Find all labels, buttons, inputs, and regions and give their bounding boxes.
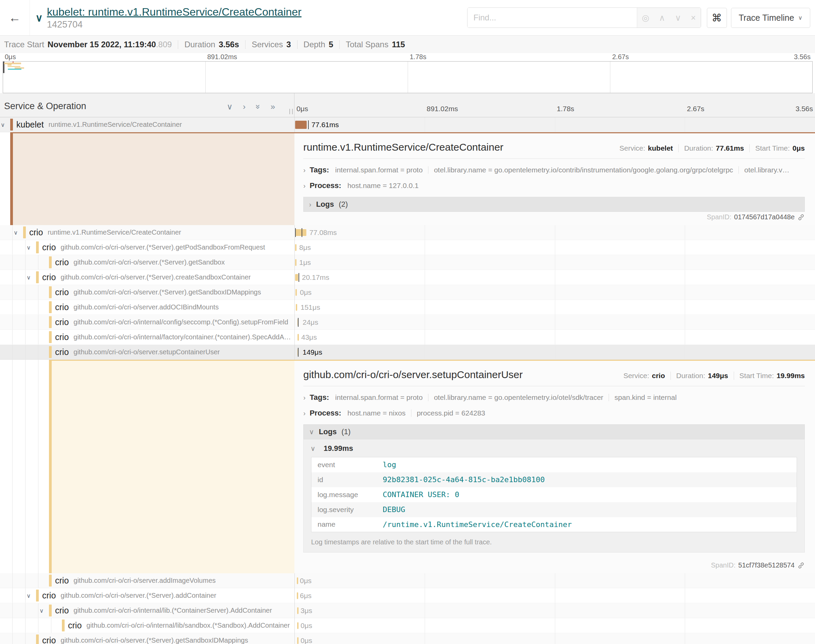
span-name-cell[interactable]: ∨criogithub.com/cri-o/cri-o/server.(*Ser… [0, 240, 294, 255]
collapse-chevron-icon[interactable]: ∨ [26, 244, 31, 251]
process-row[interactable]: › Process: host.name = 127.0.0.1 [303, 181, 805, 190]
collapse-one-icon[interactable]: ∨ [227, 102, 233, 112]
kv-item: span.kind = internal [614, 393, 677, 402]
span-name-cell[interactable]: criogithub.com/cri-o/cri-o/server.(*Serv… [0, 633, 294, 644]
collapse-all-icon[interactable]: » [253, 104, 263, 109]
span-duration-bar[interactable] [297, 607, 299, 614]
minimap-canvas[interactable] [3, 61, 813, 93]
span-duration-bar[interactable] [297, 622, 299, 629]
log-entry-toggle[interactable]: ∨ 19.99ms [310, 439, 798, 457]
span-name-cell[interactable]: criogithub.com/cri-o/cri-o/server.(*Serv… [0, 285, 294, 299]
span-row[interactable]: ∨crioruntime.v1.RuntimeService/CreateCon… [0, 225, 815, 240]
span-name-cell[interactable]: ∨kubeletruntime.v1.RuntimeService/Create… [0, 117, 294, 132]
span-name-cell[interactable]: ∨criogithub.com/cri-o/cri-o/server.(*Ser… [0, 588, 294, 603]
column-resizer-handle[interactable] [290, 109, 293, 114]
prev-result-icon[interactable]: ∧ [659, 13, 665, 23]
expand-one-icon[interactable]: › [243, 102, 245, 112]
span-duration-bar[interactable] [295, 244, 297, 251]
span-timeline-cell[interactable]: 8μs [294, 240, 815, 255]
indent-guide [25, 618, 26, 633]
clear-search-icon[interactable]: × [691, 13, 696, 23]
span-duration-bar[interactable] [295, 259, 297, 266]
trace-summary-items: Trace StartNovember 15 2022, 11:19:40.80… [4, 40, 405, 49]
collapse-chevron-icon[interactable]: ∨ [26, 274, 31, 281]
logs-toggle-bar[interactable]: › Logs (2) [303, 197, 805, 212]
span-name-cell[interactable]: ∨crioruntime.v1.RuntimeService/CreateCon… [0, 225, 294, 240]
span-row[interactable]: criogithub.com/cri-o/cri-o/server.addOCI… [0, 300, 815, 315]
span-name-cell[interactable]: criogithub.com/cri-o/cri-o/internal/conf… [0, 315, 294, 330]
span-duration-bar[interactable] [295, 229, 306, 236]
span-timeline-cell[interactable]: 151μs [294, 300, 815, 314]
span-timeline-cell[interactable]: 6μs [294, 588, 815, 603]
collapse-chevron-icon[interactable]: ∨ [40, 607, 43, 614]
span-row[interactable]: criogithub.com/cri-o/cri-o/server.addIma… [0, 573, 815, 588]
span-row[interactable]: ∨criogithub.com/cri-o/cri-o/internal/lib… [0, 603, 815, 618]
span-timeline-cell[interactable]: 0μs [294, 573, 815, 588]
span-row[interactable]: ∨criogithub.com/cri-o/cri-o/server.(*Ser… [0, 270, 815, 285]
span-timeline-cell[interactable]: 24μs [294, 315, 815, 330]
span-duration-bar[interactable] [297, 592, 298, 599]
keyboard-shortcuts-button[interactable]: ⌘ [707, 8, 727, 28]
next-result-icon[interactable]: ∨ [675, 13, 681, 23]
span-row[interactable]: criogithub.com/cri-o/cri-o/internal/lib/… [0, 618, 815, 633]
span-name-cell[interactable]: ∨criogithub.com/cri-o/cri-o/server.(*Ser… [0, 270, 294, 285]
service-color-bar [49, 346, 52, 358]
trace-title-link[interactable]: kubelet: runtime.v1.RuntimeService/Creat… [47, 6, 302, 18]
span-row[interactable]: ∨criogithub.com/cri-o/cri-o/server.(*Ser… [0, 588, 815, 603]
span-timeline-cell[interactable]: 20.17ms [294, 270, 815, 285]
span-duration-bar[interactable] [297, 334, 299, 341]
operation-name: github.com/cri-o/cri-o/internal/config/s… [74, 318, 288, 326]
span-name-cell[interactable]: criogithub.com/cri-o/cri-o/server.(*Serv… [0, 255, 294, 270]
back-button[interactable]: ← [0, 0, 30, 35]
trace-collapse-chevron-icon[interactable]: ∨ [35, 12, 43, 24]
span-duration-bar[interactable] [297, 637, 299, 644]
span-timeline-cell[interactable]: 77.08ms [294, 225, 815, 240]
expand-all-icon[interactable]: » [271, 102, 275, 112]
span-duration-bar[interactable] [296, 304, 297, 311]
span-duration-bar[interactable] [297, 577, 298, 584]
collapse-chevron-icon[interactable]: ∨ [1, 121, 5, 128]
span-duration-bar[interactable] [296, 289, 297, 296]
span-duration-bar[interactable] [295, 121, 307, 129]
tags-row[interactable]: › Tags: internal.span.format = protootel… [303, 393, 805, 402]
span-name-cell[interactable]: criogithub.com/cri-o/cri-o/server.addOCI… [0, 300, 294, 314]
span-row[interactable]: criogithub.com/cri-o/cri-o/internal/fact… [0, 330, 815, 345]
locate-icon[interactable]: ◎ [642, 13, 650, 23]
span-row[interactable]: criogithub.com/cri-o/cri-o/internal/conf… [0, 315, 815, 330]
span-timeline-cell[interactable]: 43μs [294, 330, 815, 345]
span-name-cell[interactable]: criogithub.com/cri-o/cri-o/internal/fact… [0, 330, 294, 345]
link-icon[interactable] [797, 562, 805, 569]
view-selector-dropdown[interactable]: Trace Timeline ∨ [731, 8, 810, 28]
span-timeline-cell[interactable]: 149μs [294, 345, 815, 359]
span-row[interactable]: criogithub.com/cri-o/cri-o/server.(*Serv… [0, 255, 815, 270]
span-row[interactable]: ∨kubeletruntime.v1.RuntimeService/Create… [0, 117, 815, 132]
span-row[interactable]: criogithub.com/cri-o/cri-o/server.(*Serv… [0, 285, 815, 300]
kv-item: process.pid = 624283 [417, 409, 485, 417]
span-name-cell[interactable]: criogithub.com/cri-o/cri-o/server.setupC… [0, 345, 294, 359]
indent-guide [25, 240, 26, 255]
span-timeline-cell[interactable]: 1μs [294, 255, 815, 270]
span-id-line: SpanID: 0174567d17a0448e [707, 213, 805, 221]
span-duration-bar[interactable] [295, 274, 298, 281]
span-name-cell[interactable]: criogithub.com/cri-o/cri-o/internal/lib/… [0, 618, 294, 633]
span-timeline-cell[interactable]: 3μs [294, 603, 815, 618]
span-name-cell[interactable]: criogithub.com/cri-o/cri-o/server.addIma… [0, 573, 294, 588]
span-row[interactable]: criogithub.com/cri-o/cri-o/server.setupC… [0, 345, 815, 360]
span-duration-label: 1μs [299, 258, 311, 267]
logs-label: Logs [316, 200, 334, 209]
tags-row[interactable]: › Tags: internal.span.format = protootel… [303, 166, 805, 175]
span-timeline-cell[interactable]: 0μs [294, 285, 815, 299]
span-timeline-cell[interactable]: 0μs [294, 633, 815, 644]
span-timeline-cell[interactable]: 77.61ms [294, 117, 815, 132]
span-row[interactable]: criogithub.com/cri-o/cri-o/server.(*Serv… [0, 633, 815, 644]
span-name-cell[interactable]: ∨criogithub.com/cri-o/cri-o/internal/lib… [0, 603, 294, 618]
logs-toggle-bar[interactable]: ∨ Logs (1) [303, 424, 805, 439]
log-fields-table: eventlogid92b82381-025c-4a64-815c-ba2e1b… [311, 457, 797, 532]
collapse-chevron-icon[interactable]: ∨ [26, 592, 31, 599]
span-row[interactable]: ∨criogithub.com/cri-o/cri-o/server.(*Ser… [0, 240, 815, 255]
span-timeline-cell[interactable]: 0μs [294, 618, 815, 633]
process-row[interactable]: › Process: host.name = nixosprocess.pid … [303, 409, 805, 417]
collapse-chevron-icon[interactable]: ∨ [14, 229, 18, 236]
link-icon[interactable] [797, 213, 805, 221]
find-input[interactable] [467, 8, 637, 28]
